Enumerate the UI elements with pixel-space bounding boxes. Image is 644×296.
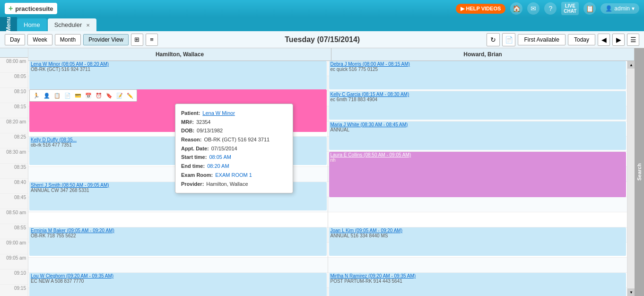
appt-erminia-sub: OB-RK 718 755 5622 (31, 233, 325, 238)
vertical-scrollbar[interactable]: ▲ ▼ (627, 61, 635, 296)
appt-erminia-link[interactable]: Erminia M Baker (09:05 AM - 09:20 AM) (31, 228, 325, 233)
home-icon-button[interactable]: 🏠 (510, 2, 522, 15)
appt-kelly-garcia-link[interactable]: Kelly C Garcia (08:15 AM - 08:30 AM) (331, 92, 625, 97)
admin-chevron-icon: ▾ (632, 5, 635, 12)
tooltip-start-row: Start time: 08:05 AM (181, 153, 287, 162)
tooltip-apptdate-row: Appt. Date: 07/15/2014 (181, 144, 287, 153)
prev-arrow-button[interactable]: ◀ (598, 34, 610, 46)
action-icon-5[interactable]: 💳 (73, 91, 83, 100)
day-view-button[interactable]: Day (5, 34, 25, 45)
help-videos-button[interactable]: ▶ HELP VIDEOS (456, 4, 506, 14)
options-menu-button[interactable]: ☰ (627, 34, 639, 46)
admin-button[interactable]: 👤 admin ▾ (600, 3, 639, 14)
edit-icon-button[interactable]: 📋 (583, 2, 596, 15)
menu-toggle[interactable]: Menu (0, 17, 17, 31)
appt-debra-link[interactable]: Debra J Morris (08:00 AM - 08:15 AM) (331, 61, 625, 67)
logo: + practicesuite (5, 3, 57, 14)
action-icon-3[interactable]: 📋 (52, 91, 62, 100)
tooltip-end-row: End time: 08:20 AM (181, 162, 287, 171)
tab-home[interactable]: Home (17, 18, 47, 31)
tooltip-start-value: 08:05 AM (209, 153, 231, 162)
appt-lou-sub: EC NEW A 508 837 7770 (31, 279, 325, 284)
action-icon-6[interactable]: 📅 (84, 91, 93, 100)
action-icon-7[interactable]: ⏰ (94, 91, 104, 100)
appt-joan-link[interactable]: Joan L Kim (09:05 AM - 09:20 AM) (331, 228, 625, 233)
appt-erminia-baker[interactable]: Erminia M Baker (09:05 AM - 09:20 AM) OB… (29, 227, 327, 256)
tooltip-provider-row: Provider: Hamilton, Wallace (181, 180, 287, 189)
tooltip-mr-row: MR#: 32354 (181, 118, 287, 127)
first-available-button[interactable]: First Available (518, 34, 565, 45)
time-0915: 09:15 (0, 285, 28, 296)
tooltip-examroom-value: EXAM ROOM 1 (215, 171, 252, 180)
time-0805: 08:05 (0, 73, 28, 88)
appt-debra-morris[interactable]: Debra J Morris (08:00 AM - 08:15 AM) ec … (329, 61, 627, 89)
appt-maria-link[interactable]: Maria J White (08:30 AM - 08:45 AM) (331, 122, 625, 127)
live-chat-button[interactable]: LIVECHAT (561, 2, 579, 15)
appt-lou-cleghorn[interactable]: Lou W Cleghorn (09:20 AM - 09:35 AM) EC … (29, 273, 327, 296)
admin-label: admin (614, 5, 630, 12)
appt-joan-sub: ANNUAL 516 334 8440 MS (331, 233, 625, 238)
scroll-down-button[interactable]: ▼ (627, 288, 635, 296)
appt-joan-kim[interactable]: Joan L Kim (09:05 AM - 09:20 AM) ANNUAL … (329, 227, 627, 256)
calendar-area: 08:00 am 08:05 08:10 08:15 08:20 am 08:2… (0, 48, 644, 296)
appointment-tooltip: Patient: Lena W Minor MR#: 32354 DOB: 09… (175, 104, 293, 193)
tooltip-patient-value[interactable]: Lena W Minor (202, 109, 235, 118)
provider-header-hamilton: Hamilton, Wallace (28, 48, 331, 61)
tooltip-dob-value: 09/13/1982 (197, 126, 223, 135)
tooltip-reason-row: Reason: OB-RK (GCT) 516 924 3711 (181, 135, 287, 144)
time-0815: 08:15 (0, 103, 28, 118)
action-icons-bar: 🏃 👤 📋 📄 💳 📅 ⏰ 🔖 📝 ✏️ (29, 89, 137, 102)
time-0905: 09:05 am (0, 254, 28, 270)
appt-laura-collins[interactable]: Laura E Collins (08:50 AM - 09:05 AM) nh (329, 152, 627, 197)
search-tab[interactable]: Search (635, 48, 644, 296)
refresh-button[interactable]: ↻ (487, 33, 500, 46)
tooltip-apptdate-label: Appt. Date: (181, 144, 209, 153)
tooltip-patient-label: Patient: (181, 109, 200, 118)
help-icon-button[interactable]: ? (544, 2, 557, 15)
tooltip-provider-value: Hamilton, Wallace (206, 180, 248, 189)
appt-mirtha-sub: POST PARTUM-RK 914 443 5641 (331, 279, 625, 284)
providers-body[interactable]: Lena W Minor (08:05 AM - 08:20 AM) OB-RK… (28, 61, 635, 296)
scroll-track[interactable] (627, 69, 635, 288)
time-column: 08:00 am 08:05 08:10 08:15 08:20 am 08:2… (0, 48, 28, 296)
appt-kelly-garcia-sub: ec 6mth 718 883 4904 (331, 97, 625, 102)
action-icon-8[interactable]: 🔖 (104, 91, 114, 100)
appt-lou-link[interactable]: Lou W Cleghorn (09:20 AM - 09:35 AM) (31, 273, 325, 279)
tab-scheduler[interactable]: Scheduler ✕ (48, 18, 96, 31)
appt-lena-minor[interactable]: Lena W Minor (08:05 AM - 08:20 AM) OB-RK… (29, 61, 327, 89)
action-icon-9[interactable]: 📝 (115, 91, 124, 100)
appt-laura-link[interactable]: Laura E Collins (08:50 AM - 09:05 AM) (331, 152, 625, 157)
next-arrow-button[interactable]: ▶ (612, 34, 625, 46)
action-icon-4[interactable]: 📄 (63, 91, 72, 100)
tooltip-mr-value: 32354 (196, 118, 211, 127)
appt-mirtha-link[interactable]: Mirtha N Ramirez (09:20 AM - 09:35 AM) (331, 273, 625, 279)
week-view-button[interactable]: Week (27, 34, 52, 45)
pdf-button[interactable]: 📄 (502, 33, 515, 46)
tab-close-icon[interactable]: ✕ (86, 23, 90, 28)
mail-icon-button[interactable]: ✉ (527, 2, 540, 15)
tooltip-start-label: Start time: (181, 153, 207, 162)
date-title: Tuesday (07/15/2014) (160, 35, 485, 44)
action-icon-1[interactable]: 🏃 (32, 91, 41, 100)
time-0855: 08:55 (0, 224, 28, 239)
today-button[interactable]: Today (568, 34, 595, 45)
play-icon: ▶ (461, 6, 464, 12)
appt-lena-link[interactable]: Lena W Minor (08:05 AM - 08:20 AM) (31, 61, 325, 67)
howard-column: Debra J Morris (08:00 AM - 08:15 AM) ec … (328, 61, 627, 296)
appt-kelly-garcia[interactable]: Kelly C Garcia (08:15 AM - 08:30 AM) ec … (329, 91, 627, 120)
appt-debra-sub: ec quick 516 775 0125 (331, 67, 625, 72)
tooltip-dob-row: DOB: 09/13/1982 (181, 126, 287, 135)
appt-mirtha-ramirez[interactable]: Mirtha N Ramirez (09:20 AM - 09:35 AM) P… (329, 273, 627, 296)
month-view-button[interactable]: Month (55, 34, 81, 45)
list-view-icon-button[interactable]: ≡ (146, 34, 158, 46)
grid-view-icon-button[interactable]: ⊞ (131, 34, 143, 46)
provider-view-button[interactable]: Provider View (83, 34, 129, 45)
action-icon-10[interactable]: ✏️ (125, 91, 135, 100)
tooltip-mr-label: MR#: (181, 118, 194, 127)
appt-maria-white[interactable]: Maria J White (08:30 AM - 08:45 AM) ANNU… (329, 122, 627, 150)
scroll-up-button[interactable]: ▲ (627, 61, 635, 69)
tooltip-patient-row: Patient: Lena W Minor (181, 109, 287, 118)
time-0850: 08:50 am (0, 209, 28, 224)
action-icon-2[interactable]: 👤 (42, 91, 52, 100)
user-icon: 👤 (605, 5, 612, 12)
